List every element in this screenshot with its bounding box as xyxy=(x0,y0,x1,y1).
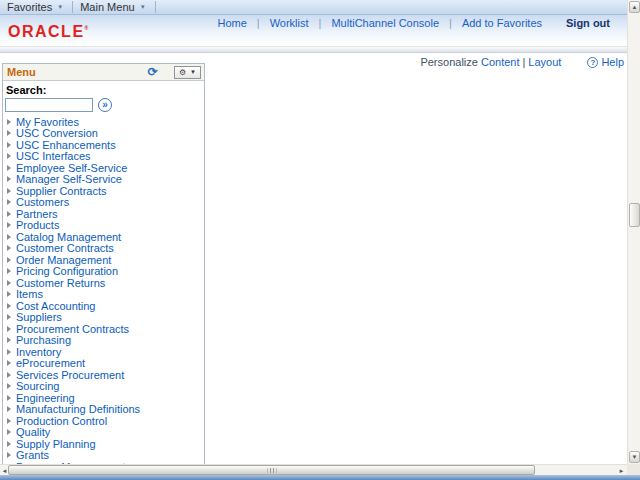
scroll-down-icon[interactable]: ▼ xyxy=(629,451,640,463)
expand-arrow-icon[interactable] xyxy=(7,452,11,458)
menu-item-label[interactable]: Sourcing xyxy=(16,380,59,392)
menu-item-label[interactable]: Customer Contracts xyxy=(16,242,114,254)
menu-item-label[interactable]: Customer Returns xyxy=(16,277,105,289)
expand-arrow-icon[interactable] xyxy=(7,165,11,171)
menu-item[interactable]: Order Management xyxy=(3,254,204,266)
vertical-scrollbar-thumb[interactable] xyxy=(629,203,640,227)
menu-item-label[interactable]: USC Enhancements xyxy=(16,139,116,151)
refresh-icon[interactable]: ⟳ xyxy=(148,66,158,78)
expand-arrow-icon[interactable] xyxy=(7,142,11,148)
main-menu[interactable]: Main Menu ▼ xyxy=(73,0,154,14)
search-go-icon[interactable]: » xyxy=(98,98,112,112)
menu-item-label[interactable]: Procurement Contracts xyxy=(16,323,129,335)
horizontal-scrollbar[interactable]: ◄ ► xyxy=(0,464,627,475)
menu-item-label[interactable]: My Favorites xyxy=(16,116,79,128)
expand-arrow-icon[interactable] xyxy=(7,257,11,263)
menu-item[interactable]: Supplier Contracts xyxy=(3,185,204,197)
expand-arrow-icon[interactable] xyxy=(7,153,11,159)
expand-arrow-icon[interactable] xyxy=(7,326,11,332)
menu-item-label[interactable]: Quality xyxy=(16,426,50,438)
sign-out-link[interactable]: Sign out xyxy=(566,17,610,29)
menu-item-label[interactable]: Cost Accounting xyxy=(16,300,96,312)
menu-item[interactable]: My Favorites xyxy=(3,116,204,128)
expand-arrow-icon[interactable] xyxy=(7,418,11,424)
menu-item[interactable]: Grants xyxy=(3,450,204,462)
expand-arrow-icon[interactable] xyxy=(7,280,11,286)
menu-item-label[interactable]: Services Procurement xyxy=(16,369,124,381)
menu-item-label[interactable]: Catalog Management xyxy=(16,231,121,243)
menu-item[interactable]: USC Conversion xyxy=(3,128,204,140)
search-input[interactable] xyxy=(5,98,93,112)
menu-item[interactable]: Services Procurement xyxy=(3,369,204,381)
menu-item-label[interactable]: Supplier Contracts xyxy=(16,185,107,197)
expand-arrow-icon[interactable] xyxy=(7,349,11,355)
menu-item[interactable]: Inventory xyxy=(3,346,204,358)
scroll-right-icon[interactable]: ► xyxy=(617,466,626,475)
menu-item[interactable]: Customer Returns xyxy=(3,277,204,289)
vertical-scrollbar[interactable]: ▲ ▼ xyxy=(627,0,640,464)
menu-item-label[interactable]: Purchasing xyxy=(16,334,71,346)
menu-item[interactable]: Engineering xyxy=(3,392,204,404)
expand-arrow-icon[interactable] xyxy=(7,406,11,412)
horizontal-scrollbar-thumb[interactable] xyxy=(8,465,535,475)
expand-arrow-icon[interactable] xyxy=(7,383,11,389)
menu-item[interactable]: Production Control xyxy=(3,415,204,427)
favorites-menu[interactable]: Favorites ▼ xyxy=(0,0,72,14)
expand-arrow-icon[interactable] xyxy=(7,303,11,309)
expand-arrow-icon[interactable] xyxy=(7,222,11,228)
menu-item[interactable]: USC Interfaces xyxy=(3,151,204,163)
menu-item-label[interactable]: eProcurement xyxy=(16,357,85,369)
menu-item-label[interactable]: Partners xyxy=(16,208,58,220)
expand-arrow-icon[interactable] xyxy=(7,429,11,435)
menu-item[interactable]: Manufacturing Definitions xyxy=(3,404,204,416)
menu-item[interactable]: Quality xyxy=(3,427,204,439)
menu-item[interactable]: Items xyxy=(3,289,204,301)
menu-item-label[interactable]: Suppliers xyxy=(16,311,62,323)
menu-item-label[interactable]: USC Conversion xyxy=(16,127,98,139)
expand-arrow-icon[interactable] xyxy=(7,337,11,343)
menu-item[interactable]: Sourcing xyxy=(3,381,204,393)
expand-arrow-icon[interactable] xyxy=(7,441,11,447)
menu-item-label[interactable]: USC Interfaces xyxy=(16,150,91,162)
menu-item[interactable]: Partners xyxy=(3,208,204,220)
expand-arrow-icon[interactable] xyxy=(7,211,11,217)
menu-item[interactable]: Supply Planning xyxy=(3,438,204,450)
menu-item[interactable]: Pricing Configuration xyxy=(3,266,204,278)
menu-item-label[interactable]: Engineering xyxy=(16,392,75,404)
help-link[interactable]: Help xyxy=(601,56,624,68)
nav-link-home[interactable]: Home xyxy=(217,17,246,29)
menu-item-label[interactable]: Employee Self-Service xyxy=(16,162,127,174)
menu-item[interactable]: eProcurement xyxy=(3,358,204,370)
expand-arrow-icon[interactable] xyxy=(7,234,11,240)
menu-item-label[interactable]: Products xyxy=(16,219,59,231)
expand-arrow-icon[interactable] xyxy=(7,291,11,297)
expand-arrow-icon[interactable] xyxy=(7,395,11,401)
menu-item[interactable]: Products xyxy=(3,220,204,232)
expand-arrow-icon[interactable] xyxy=(7,245,11,251)
menu-item[interactable]: Catalog Management xyxy=(3,231,204,243)
expand-arrow-icon[interactable] xyxy=(7,188,11,194)
menu-item-label[interactable]: Inventory xyxy=(16,346,61,358)
expand-arrow-icon[interactable] xyxy=(7,372,11,378)
personalize-layout-link[interactable]: Layout xyxy=(528,56,561,68)
menu-item[interactable]: USC Enhancements xyxy=(3,139,204,151)
expand-arrow-icon[interactable] xyxy=(7,314,11,320)
menu-item[interactable]: Procurement Contracts xyxy=(3,323,204,335)
expand-arrow-icon[interactable] xyxy=(7,130,11,136)
menu-item-label[interactable]: Customers xyxy=(16,196,69,208)
menu-item-label[interactable]: Manager Self-Service xyxy=(16,173,122,185)
pagelet-settings-button[interactable]: ⚙ ▼ xyxy=(174,66,201,79)
expand-arrow-icon[interactable] xyxy=(7,360,11,366)
scroll-up-icon[interactable]: ▲ xyxy=(629,1,640,13)
menu-item-label[interactable]: Manufacturing Definitions xyxy=(16,403,140,415)
menu-item[interactable]: Employee Self-Service xyxy=(3,162,204,174)
nav-link-multichannel-console[interactable]: MultiChannel Console xyxy=(331,17,439,29)
nav-link-add-to-favorites[interactable]: Add to Favorites xyxy=(462,17,542,29)
personalize-content-link[interactable]: Content xyxy=(481,56,520,68)
menu-item[interactable]: Suppliers xyxy=(3,312,204,324)
expand-arrow-icon[interactable] xyxy=(7,268,11,274)
expand-arrow-icon[interactable] xyxy=(7,199,11,205)
menu-item-label[interactable]: Order Management xyxy=(16,254,111,266)
menu-item-label[interactable]: Pricing Configuration xyxy=(16,265,118,277)
expand-arrow-icon[interactable] xyxy=(7,119,11,125)
